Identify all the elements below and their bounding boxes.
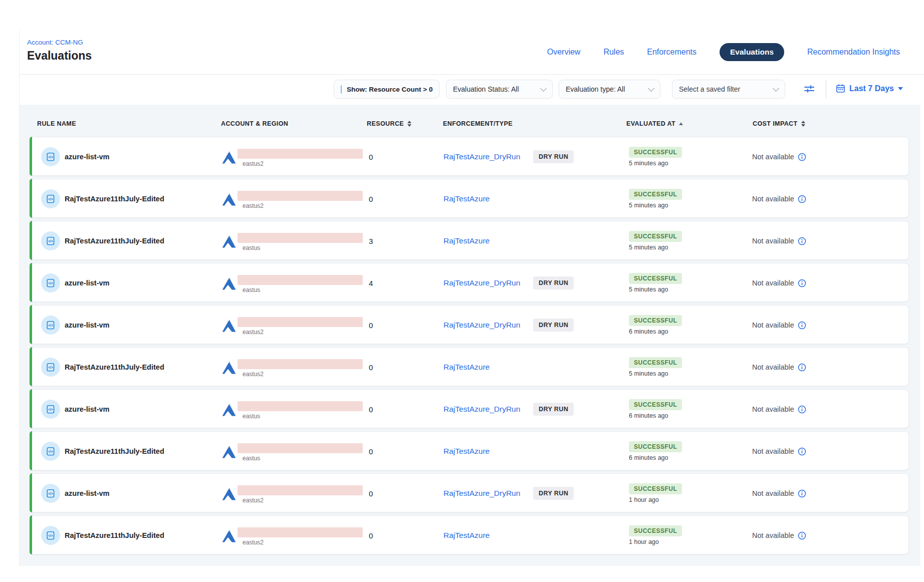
cost-impact-value: Not available — [752, 321, 794, 329]
column-header-cost-impact[interactable]: COST IMPACT — [753, 120, 805, 127]
resource-count: 0 — [369, 390, 373, 429]
svg-text:</>: </> — [48, 366, 53, 369]
saved-filter-placeholder: Select a saved filter — [679, 85, 769, 93]
cost-impact-cell: Not available — [752, 474, 806, 513]
chevron-down-icon — [540, 85, 547, 92]
cost-impact-value: Not available — [752, 447, 794, 455]
date-range-picker[interactable]: Last 7 Days — [836, 84, 903, 93]
enforcement-link[interactable]: RajTestAzure — [443, 221, 490, 260]
cost-impact-cell: Not available — [752, 390, 806, 429]
resource-count-filter[interactable]: Show: Resource Count > 0 — [334, 80, 439, 99]
cost-impact-value: Not available — [752, 363, 794, 371]
tab-overview[interactable]: Overview — [547, 48, 581, 57]
azure-logo-icon — [221, 319, 237, 335]
table-row[interactable]: </> RajTestAzure11thJuly-Edited eastus2 … — [30, 347, 909, 386]
rule-icon: </> — [41, 526, 60, 545]
tab-recommendation-insights[interactable]: Recommendation Insights — [807, 48, 900, 57]
row-status-accent-bar — [30, 179, 32, 218]
cost-impact-cell: Not available — [752, 221, 806, 260]
info-icon[interactable] — [798, 153, 806, 161]
breadcrumb-account[interactable]: Account: CCM-NG — [27, 39, 83, 46]
rule-icon: </> — [41, 231, 60, 250]
sort-icon[interactable] — [801, 121, 805, 127]
info-icon[interactable] — [798, 363, 806, 372]
resource-count: 0 — [369, 516, 373, 555]
status-badge: SUCCESSFUL — [629, 189, 682, 200]
enforcement-link[interactable]: RajTestAzure_DryRun — [443, 137, 520, 176]
status-badge: SUCCESSFUL — [629, 441, 682, 452]
enforcement-link[interactable]: RajTestAzure — [443, 432, 490, 471]
table-row[interactable]: </> azure-list-vm eastus 4 RajTestAzure_… — [30, 263, 909, 302]
table-row[interactable]: </> RajTestAzure11thJuly-Edited eastus2 … — [30, 179, 909, 218]
table-row[interactable]: </> RajTestAzure11thJuly-Edited eastus 3… — [30, 221, 909, 260]
info-icon[interactable] — [798, 279, 806, 287]
tab-enforcements[interactable]: Enforcements — [647, 48, 697, 57]
status-badge: SUCCESSFUL — [629, 231, 682, 242]
enforcement-link[interactable]: RajTestAzure_DryRun — [443, 263, 520, 303]
azure-logo-icon — [221, 234, 237, 250]
evaluation-status-dropdown[interactable]: Evaluation Status: All — [446, 80, 553, 99]
resource-count: 0 — [369, 137, 373, 176]
sort-ascending-icon[interactable] — [679, 122, 683, 125]
evaluation-type-dropdown[interactable]: Evaluation type: All — [559, 80, 660, 99]
cost-impact-value: Not available — [752, 279, 794, 287]
tab-evaluations-active[interactable]: Evaluations — [720, 43, 784, 61]
resource-count: 0 — [369, 179, 373, 218]
info-icon[interactable] — [798, 489, 806, 498]
info-icon[interactable] — [798, 447, 806, 456]
region-label: eastus2 — [243, 160, 264, 167]
column-header-evaluated-at[interactable]: EVALUATED AT — [626, 120, 683, 127]
region-label: eastus — [243, 413, 260, 420]
enforcement-link[interactable]: RajTestAzure_DryRun — [443, 474, 520, 513]
azure-logo-icon — [221, 192, 237, 208]
rule-icon: </> — [41, 484, 60, 503]
row-status-accent-bar — [30, 473, 32, 512]
row-status-accent-bar — [30, 221, 32, 260]
resource-count: 0 — [369, 432, 373, 471]
resource-count: 0 — [369, 474, 373, 513]
tab-rules[interactable]: Rules — [603, 48, 624, 57]
svg-text:</>: </> — [48, 155, 53, 159]
info-icon[interactable] — [798, 531, 806, 540]
table-row[interactable]: </> azure-list-vm eastus 0 RajTestAzure_… — [30, 389, 909, 428]
table-row[interactable]: </> RajTestAzure11thJuly-Edited eastus2 … — [30, 515, 909, 554]
filter-sliders-icon[interactable] — [804, 84, 815, 94]
svg-text:</>: </> — [48, 281, 53, 285]
evaluation-status-value: Evaluation Status: All — [453, 85, 536, 93]
azure-logo-icon — [221, 361, 237, 377]
rule-name: RajTestAzure11thJuly-Edited — [65, 348, 164, 387]
azure-logo-icon — [221, 445, 237, 461]
table-row[interactable]: </> azure-list-vm eastus2 0 RajTestAzure… — [30, 473, 909, 512]
status-badge: SUCCESSFUL — [629, 273, 682, 284]
resource-count-checkbox[interactable] — [341, 85, 342, 94]
enforcement-link[interactable]: RajTestAzure_DryRun — [443, 390, 520, 429]
redacted-account-name — [238, 191, 363, 201]
enforcement-link[interactable]: RajTestAzure_DryRun — [443, 306, 520, 345]
evaluated-at-time: 5 minutes ago — [629, 244, 668, 251]
info-icon[interactable] — [798, 195, 806, 203]
enforcement-link[interactable]: RajTestAzure — [443, 348, 490, 387]
sort-icon[interactable] — [407, 121, 411, 127]
evaluation-type-value: Evaluation type: All — [566, 85, 644, 93]
table-row[interactable]: </> RajTestAzure11thJuly-Edited eastus 0… — [30, 431, 909, 470]
table-row[interactable]: </> azure-list-vm eastus2 0 RajTestAzure… — [30, 305, 909, 344]
cost-impact-value: Not available — [752, 489, 794, 497]
info-icon[interactable] — [798, 237, 806, 245]
date-range-value: Last 7 Days — [849, 84, 894, 93]
evaluated-at-time: 6 minutes ago — [629, 412, 668, 419]
redacted-account-name — [238, 401, 363, 411]
azure-logo-icon — [221, 276, 237, 293]
redacted-account-name — [238, 443, 363, 453]
rule-name: RajTestAzure11thJuly-Edited — [65, 516, 164, 555]
enforcement-link[interactable]: RajTestAzure — [443, 516, 490, 555]
saved-filter-dropdown[interactable]: Select a saved filter — [672, 80, 785, 99]
table-row[interactable]: </> azure-list-vm eastus2 0 RajTestAzure… — [30, 137, 909, 176]
row-status-accent-bar — [30, 515, 32, 554]
filterbar-divider — [826, 80, 826, 98]
enforcement-link[interactable]: RajTestAzure — [443, 179, 490, 218]
rule-name: RajTestAzure11thJuly-Edited — [65, 221, 164, 260]
info-icon[interactable] — [798, 321, 806, 330]
info-icon[interactable] — [798, 405, 806, 414]
region-label: eastus2 — [243, 539, 264, 546]
column-header-resource[interactable]: RESOURCE — [367, 120, 411, 127]
